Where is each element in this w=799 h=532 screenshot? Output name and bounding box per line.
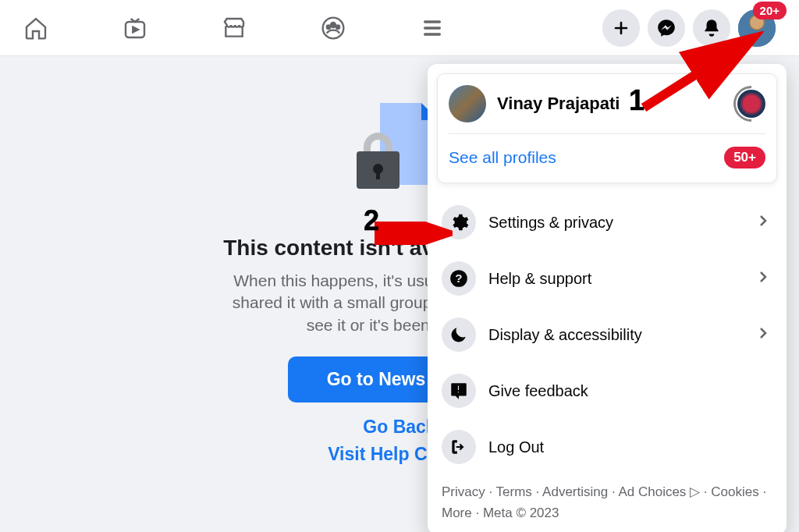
marketplace-icon[interactable]	[222, 16, 247, 41]
plus-icon	[612, 19, 630, 37]
profile-name: Vinay Prajapati	[497, 94, 620, 114]
svg-point-4	[336, 25, 339, 28]
top-header: 20+	[0, 0, 799, 56]
feedback-icon	[442, 374, 476, 408]
chevron-right-icon	[754, 268, 772, 289]
menu-hamburger-icon[interactable]	[420, 16, 445, 41]
menu-give-feedback[interactable]: Give feedback	[437, 363, 777, 419]
groups-icon[interactable]	[321, 16, 346, 41]
logout-icon	[442, 430, 476, 464]
notification-count-badge: 20+	[753, 2, 787, 20]
menu-log-out[interactable]: Log Out	[437, 419, 777, 475]
profile-card: Vinay Prajapati See all profiles 50+	[437, 73, 777, 183]
annotation-label-2: 2	[364, 204, 379, 237]
see-all-profiles-link: See all profiles	[449, 148, 556, 167]
menu-label: Log Out	[488, 438, 544, 456]
menu-label: Help & support	[488, 270, 591, 288]
menu-label: Give feedback	[488, 382, 588, 400]
profile-avatar-button[interactable]: 20+	[738, 9, 776, 47]
menu-help-support[interactable]: ? Help & support	[437, 250, 777, 307]
home-icon[interactable]	[23, 16, 48, 41]
see-all-profiles-row[interactable]: See all profiles 50+	[449, 134, 765, 168]
profiles-count-badge: 50+	[724, 147, 765, 168]
annotation-label-1: 1	[629, 84, 645, 117]
notifications-button[interactable]	[693, 9, 730, 47]
nav-right: 20+	[602, 9, 776, 47]
menu-display-accessibility[interactable]: Display & accessibility	[437, 307, 777, 363]
chevron-right-icon	[754, 211, 772, 233]
profile-row[interactable]: Vinay Prajapati	[449, 85, 765, 134]
bell-icon	[701, 18, 722, 38]
menu-settings-privacy[interactable]: Settings & privacy	[437, 194, 777, 250]
messenger-button[interactable]	[648, 9, 685, 47]
go-back-link[interactable]: Go Back	[363, 417, 435, 438]
moon-icon	[442, 317, 476, 352]
menu-label: Display & accessibility	[488, 326, 642, 344]
help-icon: ?	[442, 261, 476, 296]
svg-text:?: ?	[455, 271, 462, 285]
create-button[interactable]	[602, 9, 640, 47]
svg-point-2	[331, 23, 336, 27]
footer-links[interactable]: Privacy · Terms · Advertising · Ad Choic…	[437, 475, 777, 525]
watch-icon[interactable]	[123, 16, 147, 41]
svg-point-3	[327, 25, 330, 28]
switch-profile-icon[interactable]	[737, 90, 765, 118]
profile-avatar-small	[449, 85, 486, 122]
chevron-right-icon	[754, 324, 772, 346]
messenger-icon	[656, 18, 676, 38]
nav-left	[23, 16, 445, 41]
menu-label: Settings & privacy	[488, 214, 613, 232]
account-dropdown: Vinay Prajapati See all profiles 50+ Set…	[428, 64, 787, 532]
gear-icon	[442, 205, 476, 239]
